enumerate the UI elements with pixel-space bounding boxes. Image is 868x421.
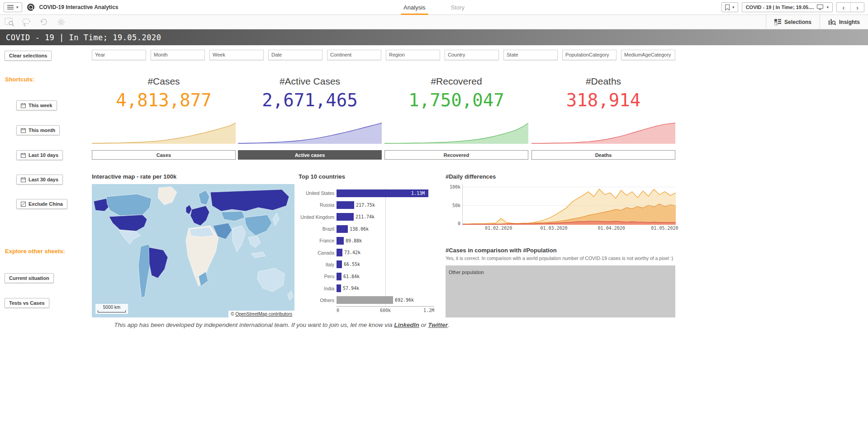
map-scale-label: 5000 km [98,305,126,310]
bar[interactable] [337,225,348,233]
map-attribution: © OpenStreetMap contributors [228,311,294,317]
bar-value: 73.42k [344,250,360,255]
sheet-grid-icon [817,5,823,10]
selection-options-tool[interactable] [55,17,67,28]
shortcut-label: Last 10 days [28,152,58,158]
kpi-recovered-sparkline[interactable] [384,122,528,144]
shortcut-this-month[interactable]: This month [16,125,60,135]
daily-differences-plot[interactable]: 100k 50k 0 [462,184,675,225]
filter-month[interactable]: Month [151,50,205,60]
sheet-link-tests-vs-cases[interactable]: Tests vs Cases [5,298,49,308]
top10-rows: United States1.13M Russia217.75k United … [299,187,440,306]
bar-row-india[interactable]: India57.94k [299,282,440,294]
bar-label: United Kingdom [299,214,337,220]
lasso-icon [22,18,32,27]
sheet-link-current-situation[interactable]: Current situation [5,273,54,283]
metric-button-cases[interactable]: Cases [92,150,236,160]
calendar-icon [21,128,26,133]
bar-row-united-kingdom[interactable]: United Kingdom211.74k [299,211,440,223]
bar[interactable] [337,284,341,292]
population-treemap-block[interactable]: Other population [446,265,675,317]
shortcuts-heading: Shortcuts: [5,76,34,83]
bar-row-brazil[interactable]: Brazil138.06k [299,223,440,235]
selection-toolbar: Selections Insights [0,15,868,29]
tab-story[interactable]: Story [448,0,467,15]
filter-population-category[interactable]: PopulationCategory [562,50,617,60]
daily-differences-chart: #Daily differences 100k 50k 0 01.02.2020… [446,173,675,231]
sheet-selector[interactable]: COVID - 19 | In Time; 19.05.... ▾ [742,2,833,12]
bar-row-peru[interactable]: Peru61.84k [299,270,440,282]
tab-analysis[interactable]: Analysis [401,0,428,15]
kpi-active-cases-sparkline[interactable] [238,122,382,144]
undo-selection-tool[interactable] [38,17,50,28]
filter-region[interactable]: Region [386,50,440,60]
attribution-link[interactable]: OpenStreetMap contributors [235,312,292,317]
bar[interactable] [337,249,342,256]
bar[interactable] [337,273,342,280]
attribution-copyright: © [231,312,235,317]
undo-arrow-icon [39,18,48,26]
bar[interactable] [337,213,354,221]
population-comparison-panel: #Cases in comparison with #Population Ye… [446,247,675,317]
shortcut-this-week[interactable]: This week [16,100,57,110]
bar-value: 61.84k [343,274,360,279]
x-tick: 600k [380,308,391,313]
top10-title: Top 10 countries [299,173,440,180]
bookmarks-button[interactable]: ▾ [721,2,738,12]
gridline-50k [463,205,675,206]
bar-row-others[interactable]: Others692.96k [299,294,440,306]
filter-week[interactable]: Week [209,50,264,60]
bar[interactable] [337,237,344,245]
bar-value: 211.74k [356,214,375,219]
lasso-select-tool[interactable] [21,17,33,28]
bar-label: India [299,286,337,291]
bar-label: United States [299,190,337,196]
filter-date[interactable]: Date [268,50,323,60]
world-map[interactable]: 5000 km © OpenStreetMap contributors [92,184,294,317]
filter-year[interactable]: Year [92,50,146,60]
calendar-icon [21,177,26,182]
shortcut-last-10-days[interactable]: Last 10 days [16,150,63,160]
shortcut-label: Last 30 days [28,177,58,182]
bar-value: 692.96k [395,298,414,303]
filter-continent[interactable]: Continent [327,50,381,60]
filter-state[interactable]: State [503,50,558,60]
top10-countries-chart: Top 10 countries United States1.13M Russ… [299,173,440,312]
kpi-cases: #Cases 4,813,877 Cases [92,76,236,110]
bar-row-canada[interactable]: Canada73.42k [299,246,440,258]
bar[interactable] [337,260,342,268]
metric-button-deaths[interactable]: Deaths [531,150,675,160]
shortcut-exclude-china[interactable]: Exclude China [16,199,67,209]
kpi-recovered-title: #Recovered [384,76,528,87]
bar-row-united-states[interactable]: United States1.13M [299,187,440,199]
kpi-cases-title: #Cases [92,76,236,87]
zoom-select-tool[interactable] [4,17,15,28]
bar-label: France [299,238,337,243]
insights-button[interactable]: Insights [820,15,868,29]
bar-row-france[interactable]: France89.88k [299,235,440,246]
metric-button-active-cases[interactable]: Active cases [238,150,382,160]
bar-row-italy[interactable]: Italy66.55k [299,259,440,270]
linkedin-link[interactable]: LinkedIn [394,322,419,328]
kpi-deaths-sparkline[interactable] [531,122,675,144]
filter-medium-age-category[interactable]: MediumAgeCategory [621,50,675,60]
bar-label: Brazil [299,226,337,232]
kpi-cases-sparkline[interactable] [92,122,236,144]
prev-sheet-button[interactable]: ‹ [837,3,850,12]
bar-row-russia[interactable]: Russia217.75k [299,199,440,211]
x-tick: 1.2M [423,308,434,313]
selections-button[interactable]: Selections [766,15,820,29]
next-sheet-button[interactable]: › [850,3,864,12]
kpi-cases-value: 4,813,877 [92,90,236,110]
kpi-deaths-value: 318,914 [531,90,675,110]
metric-button-recovered[interactable]: Recovered [384,150,528,160]
bar-value: 217.75k [356,203,375,208]
bar[interactable] [337,201,354,209]
clear-selections-button[interactable]: Clear selections [5,51,52,61]
population-block-label: Other population [449,270,484,275]
filter-country[interactable]: Country [445,50,499,60]
twitter-link[interactable]: Twitter [428,322,448,328]
global-menu-button[interactable]: ▾ [4,2,22,12]
bar[interactable] [337,296,393,304]
shortcut-last-30-days[interactable]: Last 30 days [16,175,63,184]
